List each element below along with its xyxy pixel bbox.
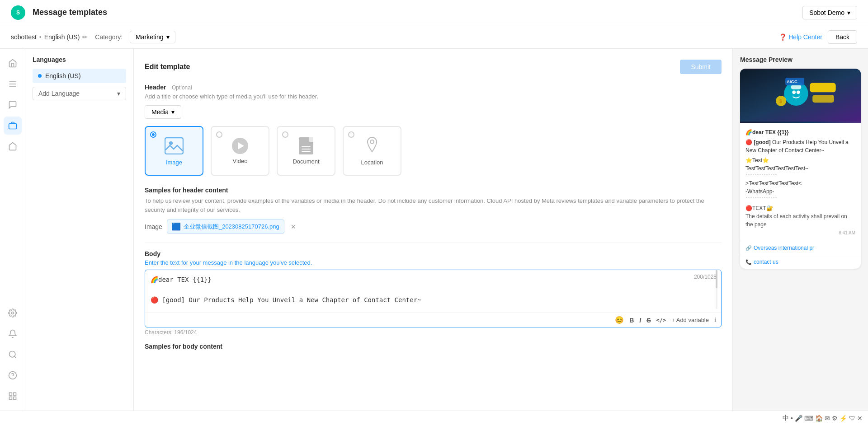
- file-icon: 🟦: [172, 222, 181, 231]
- media-card-location[interactable]: Location: [343, 126, 401, 176]
- preview-bubble: $ AIGC 🌈dear TEX {{1}} 🔴 [good] Our Prod…: [740, 69, 861, 269]
- nav-bell-icon[interactable]: [4, 325, 22, 343]
- sobot-logo: S: [11, 5, 25, 20]
- bottom-icon-3[interactable]: 🎤: [795, 415, 802, 422]
- preview-title: Message Preview: [740, 56, 861, 63]
- bottom-icon-9[interactable]: 🛡: [849, 415, 855, 422]
- svg-rect-18: [791, 85, 802, 89]
- body-textarea-wrap: 200/1028 🌈dear TEX {{1}} 🔴 [good] Our Pr…: [145, 270, 722, 327]
- image-row: Image 🟦 企业微信截图_20230825170726.png ✕: [145, 220, 722, 234]
- nav-settings-icon[interactable]: [4, 304, 22, 322]
- media-card-video[interactable]: Video: [211, 126, 269, 176]
- add-variable-button[interactable]: + Add variable: [671, 317, 709, 323]
- location-radio: [348, 131, 354, 138]
- add-language-dropdown[interactable]: Add Language ▾: [33, 87, 126, 100]
- bottom-icon-1[interactable]: 中: [783, 414, 789, 422]
- remove-file-button[interactable]: ✕: [291, 223, 296, 230]
- bottom-icon-2[interactable]: •: [791, 415, 793, 422]
- document-radio: [282, 131, 288, 138]
- media-card-image[interactable]: Image: [145, 126, 203, 176]
- chevron-down-icon: ▾: [117, 90, 120, 97]
- submit-button[interactable]: Submit: [680, 60, 722, 74]
- nav-briefcase-icon[interactable]: [4, 117, 22, 135]
- video-radio: [216, 131, 222, 138]
- media-dropdown-button[interactable]: Media ▾: [145, 105, 181, 119]
- languages-title: Languages: [33, 56, 126, 63]
- nav-help-icon[interactable]: [4, 366, 22, 384]
- bottom-icon-6[interactable]: ✉: [825, 415, 830, 422]
- strikethrough-button[interactable]: S: [646, 317, 651, 324]
- external-link-icon: 🔗: [745, 245, 752, 251]
- preview-link-button[interactable]: 🔗 Overseas international pr: [740, 241, 861, 255]
- video-icon: [232, 138, 248, 154]
- optional-tag: Optional: [172, 84, 192, 91]
- samples-body-title: Samples for body content: [145, 343, 722, 350]
- body-toolbar: 😊 B I S </> + Add variable ℹ: [145, 313, 721, 327]
- svg-rect-10: [13, 393, 16, 396]
- char-count-bottom: Characters: 196/1024: [145, 329, 722, 336]
- help-center-button[interactable]: ❓ Help Center: [779, 33, 822, 41]
- divider: [145, 243, 722, 243]
- topbar-right: Sobot Demo ▾: [802, 6, 857, 19]
- svg-text:AIGC: AIGC: [787, 79, 797, 84]
- nav-home-icon[interactable]: [4, 54, 22, 72]
- nav-search-icon[interactable]: [4, 346, 22, 364]
- category-select[interactable]: Marketing ▾: [130, 31, 175, 43]
- nav-grid-icon[interactable]: [4, 387, 22, 405]
- italic-button[interactable]: I: [639, 317, 641, 324]
- svg-rect-12: [9, 397, 12, 400]
- svg-rect-22: [812, 95, 834, 103]
- bold-button[interactable]: B: [629, 317, 634, 324]
- samples-body-section: Samples for body content: [145, 343, 722, 350]
- nav-menu-icon[interactable]: [4, 75, 22, 93]
- language-item-english[interactable]: English (US): [33, 69, 126, 83]
- back-button[interactable]: Back: [828, 30, 857, 44]
- info-button[interactable]: ℹ: [714, 317, 717, 323]
- preview-text: 🌈dear TEX {{1}} 🔴 [good] Our Products He…: [745, 128, 855, 229]
- svg-rect-9: [9, 393, 12, 396]
- nav-store-icon[interactable]: [4, 137, 22, 155]
- body-textarea[interactable]: 🌈dear TEX {{1}} 🔴 [good] Our Products He…: [145, 270, 721, 311]
- document-card-label: Document: [292, 158, 319, 165]
- edit-name-icon[interactable]: ✏: [82, 33, 88, 41]
- header-description: Add a title or choose which type of medi…: [145, 93, 722, 100]
- preview-body: 🌈dear TEX {{1}} 🔴 [good] Our Products He…: [740, 123, 861, 241]
- file-chip: 🟦 企业微信截图_20230825170726.png: [167, 220, 284, 234]
- bottom-icon-7[interactable]: ⚙: [832, 415, 838, 422]
- media-card-document[interactable]: Document: [277, 126, 335, 176]
- svg-point-15: [370, 140, 374, 144]
- bottom-icon-5[interactable]: 🏠: [815, 415, 823, 422]
- template-name: sobottest • English (US) ✏: [11, 33, 88, 41]
- sobot-demo-button[interactable]: Sobot Demo ▾: [802, 6, 857, 19]
- svg-rect-3: [9, 124, 16, 129]
- emoji-button[interactable]: 😊: [615, 316, 624, 324]
- left-nav-bar: [0, 49, 25, 411]
- preview-phone-button[interactable]: 📞 contact us: [740, 255, 861, 269]
- svg-point-5: [9, 351, 15, 357]
- edit-template-header: Edit template Submit: [145, 60, 722, 74]
- edit-panel-inner: Edit template Submit Header Optional Add…: [134, 49, 732, 411]
- header-section: Header Optional Add a title or choose wh…: [145, 83, 722, 176]
- chevron-down-icon: ▾: [171, 108, 175, 116]
- bottom-icon-4[interactable]: ⌨: [804, 415, 813, 422]
- samples-header-section: Samples for header content To help us re…: [145, 187, 722, 234]
- nav-chat-icon[interactable]: [4, 96, 22, 114]
- video-play-icon: [238, 142, 244, 149]
- svg-point-20: [797, 91, 800, 94]
- bottom-close-icon[interactable]: ✕: [857, 415, 863, 422]
- edit-panel: Edit template Submit Header Optional Add…: [134, 49, 732, 411]
- svg-rect-13: [165, 138, 183, 154]
- chevron-down-icon: ▾: [166, 33, 170, 41]
- chevron-down-icon: ▾: [847, 9, 850, 16]
- page-title: Message templates: [33, 8, 107, 17]
- subheader-actions: ❓ Help Center Back: [779, 30, 857, 44]
- category-label: Category:: [95, 33, 123, 41]
- content-area: Languages English (US) Add Language ▾ Ed…: [0, 49, 868, 411]
- bottom-icon-8[interactable]: ⚡: [840, 415, 847, 422]
- edit-template-title: Edit template: [145, 63, 190, 71]
- lang-dot: [38, 74, 42, 78]
- code-button[interactable]: </>: [656, 317, 666, 323]
- phone-icon: 📞: [745, 259, 752, 265]
- samples-header-desc: To help us review your content, provide …: [145, 196, 722, 214]
- samples-header-title: Samples for header content: [145, 187, 722, 194]
